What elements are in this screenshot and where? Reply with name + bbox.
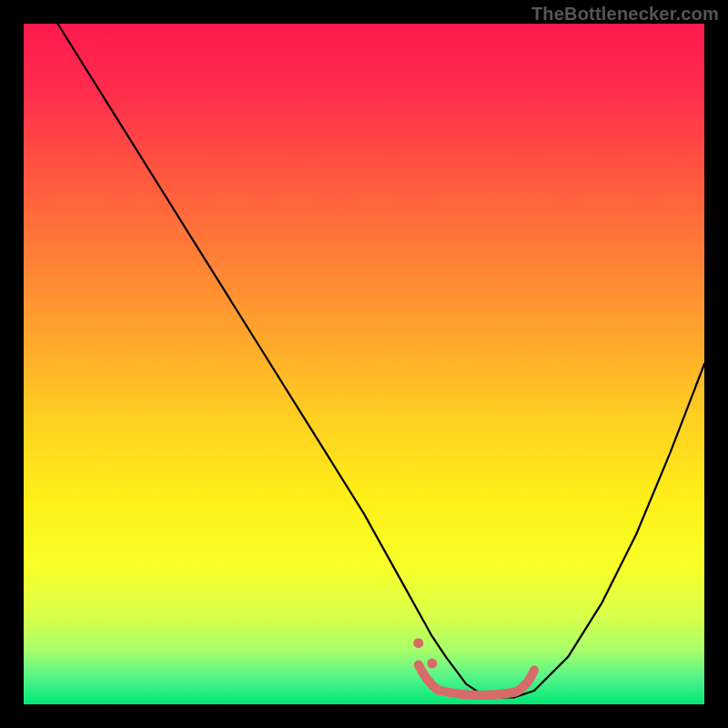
- curve-line: [57, 24, 704, 698]
- plot-area: [24, 24, 704, 704]
- trough-highlight: [419, 665, 534, 696]
- trough-dot: [413, 638, 423, 648]
- trough-dot: [427, 659, 437, 669]
- chart-overlay: [24, 24, 704, 704]
- watermark-text: TheBottlenecker.com: [531, 4, 719, 25]
- chart-stage: TheBottlenecker.com: [0, 0, 728, 728]
